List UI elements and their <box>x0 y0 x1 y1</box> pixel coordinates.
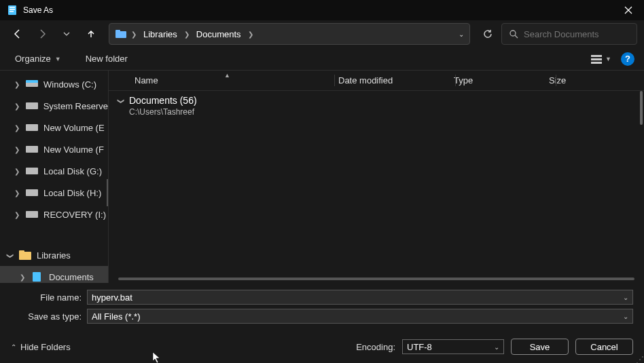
save-as-dialog: Save As ❯ Libraries ❯ Documents ❯ <box>0 0 644 363</box>
sidebar-item-windows-c[interactable]: ❯ Windows (C:) <box>0 73 108 95</box>
sidebar-item-local-disk-g[interactable]: ❯ Local Disk (G:) <box>0 160 108 182</box>
save-button[interactable]: Save <box>511 339 569 355</box>
sidebar-item-new-volume-f[interactable]: ❯ New Volume (F <box>0 138 108 160</box>
savetype-label: Save as type: <box>11 311 87 322</box>
svg-rect-3 <box>10 11 14 12</box>
chevron-down-icon[interactable]: ⌄ <box>623 294 628 301</box>
col-modified[interactable]: Date modified <box>334 75 450 85</box>
search-input[interactable] <box>524 29 638 39</box>
new-folder-button[interactable]: New folder <box>80 51 133 66</box>
horizontal-scrollbar[interactable] <box>118 278 634 280</box>
svg-rect-23 <box>33 272 41 282</box>
toolbar: Organize ▼ New folder ▼ ? <box>0 47 644 71</box>
svg-rect-2 <box>10 9 15 10</box>
svg-rect-17 <box>26 146 38 153</box>
chevron-down-icon[interactable]: ⌄ <box>623 313 628 320</box>
chevron-down-icon: ❯ <box>7 252 14 259</box>
window-title: Save As <box>23 5 613 15</box>
chevron-down-icon: ❯ <box>118 98 125 104</box>
forward-button[interactable] <box>31 23 53 45</box>
refresh-button[interactable] <box>477 23 499 45</box>
back-button[interactable] <box>7 23 29 45</box>
close-button[interactable] <box>613 0 644 20</box>
group-title: Documents (56) <box>129 95 197 106</box>
svg-rect-20 <box>26 211 38 218</box>
svg-point-8 <box>510 31 516 36</box>
drive-icon <box>26 102 38 109</box>
sidebar-item-libraries[interactable]: ❯ Libraries <box>0 244 108 266</box>
svg-rect-14 <box>26 80 38 83</box>
group-documents[interactable]: ❯ Documents (56) C:\Users\Tashreef <box>118 95 634 117</box>
column-headers: Name Date modified Type Size ▲ <box>109 71 644 91</box>
sidebar-scrollbar[interactable] <box>107 179 108 206</box>
chevron-right-icon: ❯ <box>14 81 20 88</box>
svg-rect-10 <box>591 55 602 57</box>
chevron-right-icon: ❯ <box>14 146 20 153</box>
col-type[interactable]: Type <box>450 75 545 85</box>
libraries-icon <box>19 250 31 260</box>
chevron-right-icon: ❯ <box>248 31 253 38</box>
drive-icon <box>26 189 38 196</box>
drive-icon <box>26 168 38 174</box>
chevron-right-icon: ❯ <box>14 168 20 175</box>
svg-rect-22 <box>19 250 24 253</box>
svg-rect-7 <box>115 30 120 33</box>
sidebar-item-new-volume-e[interactable]: ❯ New Volume (E <box>0 117 108 138</box>
recent-dropdown[interactable] <box>56 23 77 45</box>
sidebar-item-documents[interactable]: ❯ Documents <box>0 266 108 283</box>
up-button[interactable] <box>80 23 102 45</box>
cancel-button[interactable]: Cancel <box>575 339 633 355</box>
chevron-right-icon: ❯ <box>19 273 26 281</box>
svg-rect-11 <box>591 58 602 60</box>
drive-icon <box>26 146 38 153</box>
organize-button[interactable]: Organize ▼ <box>10 51 67 66</box>
col-name[interactable]: Name <box>130 75 334 85</box>
search-box[interactable] <box>501 23 637 45</box>
drive-icon <box>26 124 38 131</box>
svg-rect-12 <box>591 62 602 64</box>
svg-rect-16 <box>26 124 38 131</box>
chevron-right-icon: ❯ <box>14 124 20 132</box>
chevron-down-icon: ▼ <box>55 56 61 62</box>
file-pane: Name Date modified Type Size ▲ ❯ Documen… <box>109 71 644 283</box>
sidebar-item-system-reserve[interactable]: ❯ System Reserve <box>0 95 108 117</box>
bottom-bar: ⌃ Hide Folders Encoding: UTF-8 ⌄ Save Ca… <box>0 332 644 363</box>
chevron-down-icon[interactable]: ⌄ <box>494 343 499 351</box>
form-area: File name: hyperv.bat ⌄ Save as type: Al… <box>0 283 644 332</box>
hide-folders-button[interactable]: ⌃ Hide Folders <box>11 342 71 352</box>
address-dropdown[interactable]: ⌄ <box>459 31 464 38</box>
folder-icon <box>115 28 127 39</box>
svg-rect-1 <box>10 7 15 8</box>
help-button[interactable]: ? <box>621 52 634 66</box>
chevron-right-icon: ❯ <box>14 102 20 110</box>
chevron-up-icon: ⌃ <box>11 343 16 351</box>
svg-rect-13 <box>26 82 38 87</box>
filename-input[interactable]: hyperv.bat ⌄ <box>87 290 633 305</box>
sort-indicator-icon: ▲ <box>224 72 230 79</box>
chevron-down-icon: ▼ <box>605 56 611 62</box>
chevron-right-icon: ❯ <box>14 211 20 218</box>
chevron-right-icon: ❯ <box>131 31 137 38</box>
documents-icon <box>31 272 43 282</box>
chevron-right-icon: ❯ <box>14 189 20 197</box>
group-path: C:\Users\Tashreef <box>129 107 197 117</box>
list-view-icon <box>590 54 603 64</box>
crumb-libraries[interactable]: Libraries <box>141 28 180 41</box>
sidebar-item-recovery-i[interactable]: ❯ RECOVERY (I:) <box>0 204 108 225</box>
address-bar[interactable]: ❯ Libraries ❯ Documents ❯ ⌄ <box>109 23 470 45</box>
vertical-scrollbar[interactable] <box>640 91 643 125</box>
file-list[interactable]: ❯ Documents (56) C:\Users\Tashreef <box>109 91 644 283</box>
sidebar: ❯ Windows (C:) ❯ System Reserve ❯ New Vo… <box>0 71 109 283</box>
sidebar-item-local-disk-h[interactable]: ❯ Local Disk (H:) <box>0 182 108 204</box>
savetype-select[interactable]: All Files (*.*) ⌄ <box>87 309 633 324</box>
search-icon <box>509 29 518 39</box>
col-size[interactable]: Size <box>545 75 613 85</box>
view-button[interactable]: ▼ <box>586 52 615 66</box>
encoding-select[interactable]: UTF-8 ⌄ <box>402 339 504 354</box>
crumb-documents[interactable]: Documents <box>194 28 244 41</box>
encoding-label: Encoding: <box>356 342 395 352</box>
filename-label: File name: <box>11 292 87 303</box>
drive-icon <box>26 80 38 88</box>
svg-rect-15 <box>26 102 38 109</box>
chevron-right-icon: ❯ <box>184 31 190 38</box>
